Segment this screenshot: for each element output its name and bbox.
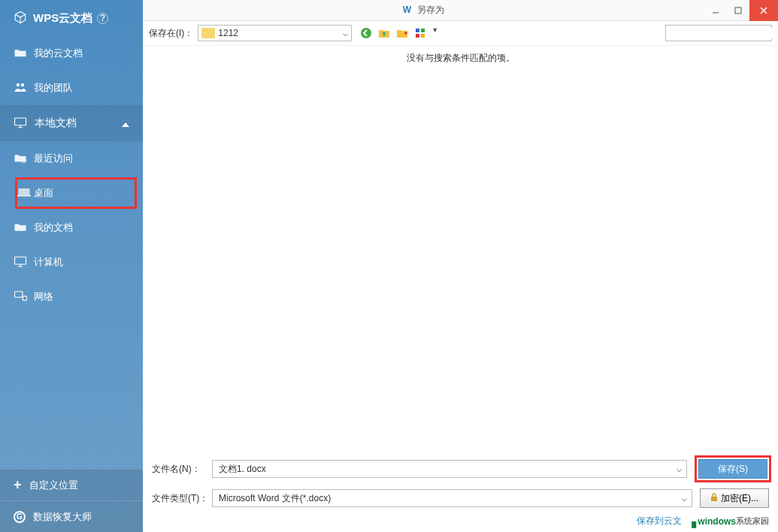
filetype-value: Microsoft Word 文件(*.docx) [219,492,331,505]
watermark-logo-icon: ▗ [688,515,696,527]
sidebar-item-mydocs[interactable]: 我的文档 [0,210,143,245]
search-box [665,25,772,41]
sidebar-btn-label: 自定义位置 [29,479,78,492]
desktop-icon [17,187,31,200]
svg-rect-14 [421,34,425,38]
sidebar-item-recent[interactable]: 最近访问 [0,141,143,176]
view-mode-icon[interactable] [413,26,427,40]
svg-rect-12 [421,29,425,32]
plus-icon: + [14,477,22,493]
folder-icon [14,222,27,234]
sidebar-item-label: 桌面 [34,186,53,200]
sidebar-item-computer[interactable]: 计算机 [0,245,143,280]
sidebar-item-desktop[interactable]: 桌面 [15,177,137,209]
svg-point-8 [23,296,27,301]
sidebar-data-recovery[interactable]: G 数据恢复大师 [0,500,143,532]
new-folder-icon[interactable] [395,26,409,40]
filetype-combo[interactable]: Microsoft Word 文件(*.docx) ⌵ [212,489,692,507]
filename-value: 文档1. docx [219,463,266,476]
svg-rect-2 [15,118,26,125]
cloud-folder-icon [14,47,27,60]
search-input[interactable] [666,28,778,38]
svg-rect-7 [15,292,23,298]
chevron-down-icon[interactable]: ▼ [431,26,438,40]
recover-icon: G [14,511,26,523]
sidebar-custom-location[interactable]: + 自定义位置 [0,469,143,500]
sidebar: WPS云文档 ? 我的云文档 我的团队 本地文档 最近访问 桌面 [0,0,143,532]
close-button[interactable] [749,0,778,21]
svg-rect-5 [17,195,31,196]
filename-input[interactable]: 文档1. docx ⌵ [212,460,687,478]
chevron-down-icon[interactable]: ⌵ [339,28,351,38]
chevron-up-icon [122,117,129,129]
toolbar: 保存在(I)： 1212 ⌵ ▼ [143,21,778,45]
svg-rect-4 [19,188,30,195]
sidebar-section-local[interactable]: 本地文档 [0,105,143,141]
filename-label: 文件名(N)： [152,463,212,476]
team-icon [14,81,27,95]
save-button[interactable]: 保存(S) [698,459,767,479]
maximize-button[interactable] [727,0,749,21]
brand-header: WPS云文档 ? [0,0,143,36]
folder-name: 1212 [218,28,339,38]
back-icon[interactable] [359,26,373,40]
svg-point-0 [17,83,20,86]
bottom-panel: 文件名(N)： 文档1. docx ⌵ 保存(S) 文件类型(T)： Micro… [143,449,778,532]
empty-message: 没有与搜索条件匹配的项。 [143,46,778,65]
folder-icon [201,28,215,38]
minimize-button[interactable] [704,0,727,21]
sidebar-item-label: 我的团队 [34,81,73,95]
sidebar-item-network[interactable]: 网络 [0,280,143,314]
save-to-cloud-link[interactable]: 保存到云文 [637,515,682,527]
encrypt-button[interactable]: 加密(E)... [700,488,769,508]
computer-icon [14,255,27,270]
titlebar: W 另存为 [143,0,778,21]
monitor-icon [14,116,27,131]
up-folder-icon[interactable] [377,26,391,40]
svg-point-10 [361,28,371,38]
cube-icon [14,11,27,26]
lock-icon [710,493,718,504]
file-list: 没有与搜索条件匹配的项。 [143,45,778,449]
sidebar-item-label: 最近访问 [34,152,73,165]
svg-rect-11 [416,29,419,32]
window-title: 另存为 [417,5,444,15]
location-combo[interactable]: 1212 ⌵ [198,25,352,41]
sidebar-item-team[interactable]: 我的团队 [0,71,143,105]
main-panel: W 另存为 保存在(I)： 1212 ⌵ [143,0,778,532]
sidebar-item-label: 计算机 [34,255,63,269]
filetype-label: 文件类型(T)： [152,492,212,505]
network-icon [14,290,27,304]
sidebar-item-label: 网络 [34,290,53,304]
location-label: 保存在(I)： [149,27,193,40]
watermark: ▗ windows 系统家园 [688,515,769,527]
sidebar-section-label: 本地文档 [35,116,77,130]
help-icon[interactable]: ? [97,13,108,24]
svg-rect-6 [15,257,26,264]
svg-point-1 [21,83,25,86]
sidebar-btn-label: 数据恢复大师 [33,510,92,524]
sidebar-item-cloud-docs[interactable]: 我的云文档 [0,36,143,71]
brand-title: WPS云文档 [33,11,92,26]
chevron-down-icon[interactable]: ⌵ [677,493,692,503]
sidebar-item-label: 我的文档 [34,221,73,234]
app-w-icon: W [403,5,411,15]
svg-rect-9 [735,8,741,14]
svg-rect-16 [711,497,717,501]
sidebar-item-label: 我的云文档 [34,47,83,60]
recent-icon [14,153,27,165]
chevron-down-icon[interactable]: ⌵ [672,464,686,474]
svg-rect-13 [416,34,419,38]
